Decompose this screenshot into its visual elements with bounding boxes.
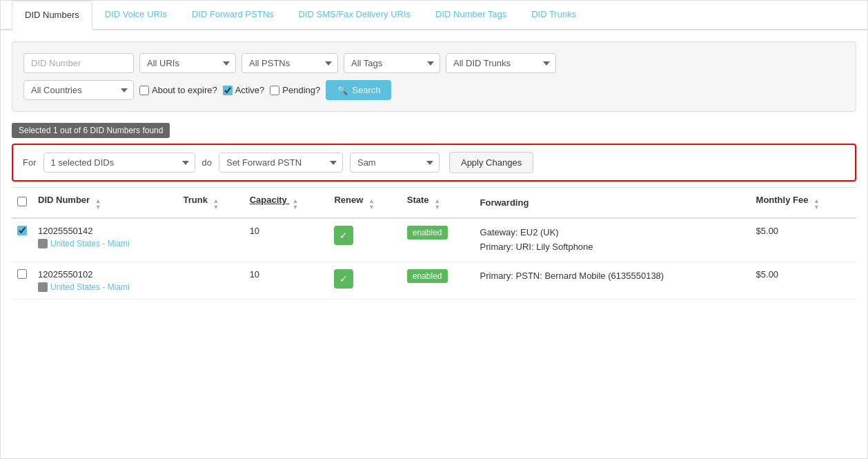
row1-renew-check: ✓ bbox=[334, 226, 353, 245]
tab-did-number-tags[interactable]: DID Number Tags bbox=[423, 1, 519, 30]
select-all-checkbox[interactable] bbox=[17, 197, 27, 206]
row2-did-number: 12025550102 bbox=[38, 269, 172, 280]
col-trunk[interactable]: Trunk ▲ ▼ bbox=[177, 188, 244, 219]
tab-did-voice-uris[interactable]: DID Voice URIs bbox=[92, 1, 179, 30]
selected-dids-select[interactable]: 1 selected DIDs bbox=[43, 153, 195, 173]
apply-changes-button[interactable]: Apply Changes bbox=[449, 152, 533, 173]
pending-checkbox[interactable] bbox=[270, 86, 279, 95]
row1-forwarding-primary: Primary: URI: Lily Softphone bbox=[480, 240, 745, 255]
sort-capacity-icon: ▲ ▼ bbox=[292, 198, 298, 211]
active-checkbox[interactable] bbox=[223, 86, 233, 95]
row2-forwarding-cell: Primary: PSTN: Bernard Mobile (613555013… bbox=[475, 262, 751, 299]
action-type-select[interactable]: Set Forward PSTN bbox=[219, 153, 343, 173]
row1-checkbox-cell[interactable] bbox=[12, 218, 32, 262]
about-to-expire-checkbox[interactable] bbox=[139, 86, 149, 95]
action-bar: For 1 selected DIDs do Set Forward PSTN … bbox=[12, 144, 856, 182]
all-uris-select[interactable]: All URIs bbox=[139, 53, 236, 73]
row1-monthly-fee: $5.00 bbox=[751, 218, 856, 262]
row2-did-cell: 12025550102 United States - Miami bbox=[32, 262, 177, 299]
tab-did-sms-fax[interactable]: DID SMS/Fax Delivery URIs bbox=[286, 1, 424, 30]
all-did-trunks-select[interactable]: All DID Trunks bbox=[446, 53, 556, 73]
status-bar: Selected 1 out of 6 DID Numbers found bbox=[12, 123, 856, 138]
col-renew[interactable]: Renew ▲ ▼ bbox=[328, 188, 401, 219]
sort-trunk-icon: ▲ ▼ bbox=[213, 198, 219, 211]
do-label: do bbox=[202, 157, 212, 168]
row1-capacity-cell: 10 bbox=[244, 218, 329, 262]
row1-forwarding-cell: Gateway: EU2 (UK) Primary: URI: Lily Sof… bbox=[475, 218, 751, 262]
row1-checkbox[interactable] bbox=[17, 226, 27, 235]
all-countries-select[interactable]: All Countries bbox=[23, 80, 134, 100]
select-all-header[interactable] bbox=[12, 188, 32, 219]
for-label: For bbox=[23, 157, 37, 168]
row2-state-cell: enabled bbox=[402, 262, 475, 299]
status-badge: Selected 1 out of 6 DID Numbers found bbox=[12, 123, 170, 138]
target-select[interactable]: Sam bbox=[350, 153, 440, 173]
tab-bar: DID Numbers DID Voice URIs DID Forward P… bbox=[1, 1, 867, 30]
tab-did-numbers[interactable]: DID Numbers bbox=[12, 1, 92, 30]
about-to-expire-label[interactable]: About to expire? bbox=[139, 85, 217, 95]
row2-renew-check: ✓ bbox=[334, 269, 353, 289]
sort-state-icon: ▲ ▼ bbox=[434, 198, 440, 211]
row1-trunk-cell bbox=[177, 218, 244, 262]
col-capacity[interactable]: Capacity ▲ ▼ bbox=[244, 188, 329, 219]
table-row: 12025550102 United States - Miami 10 ✓ bbox=[12, 262, 856, 299]
row1-renew-cell: ✓ bbox=[328, 218, 401, 262]
tab-did-forward-pstns[interactable]: DID Forward PSTNs bbox=[179, 1, 286, 30]
chat-icon bbox=[38, 239, 48, 248]
row2-did-location: United States - Miami bbox=[38, 282, 172, 292]
sort-did-number-icon: ▲ ▼ bbox=[95, 198, 101, 211]
col-state[interactable]: State ▲ ▼ bbox=[402, 188, 475, 219]
col-forwarding: Forwarding bbox=[475, 188, 751, 219]
row1-did-location: United States - Miami bbox=[38, 239, 172, 248]
search-icon: 🔍 bbox=[337, 85, 348, 95]
row1-forwarding-gateway: Gateway: EU2 (UK) bbox=[480, 226, 745, 240]
table-row: 12025550142 United States - Miami 10 ✓ bbox=[12, 218, 856, 262]
row2-forwarding-primary: Primary: PSTN: Bernard Mobile (613555013… bbox=[480, 269, 745, 284]
sort-renew-icon: ▲ ▼ bbox=[368, 198, 375, 211]
pending-label[interactable]: Pending? bbox=[270, 85, 320, 95]
search-button[interactable]: 🔍 Search bbox=[326, 80, 391, 100]
tab-did-trunks[interactable]: DID Trunks bbox=[519, 1, 589, 30]
did-number-input[interactable] bbox=[23, 53, 134, 73]
row1-state-cell: enabled bbox=[402, 218, 475, 262]
filter-section: All URIs All PSTNs All Tags All DID Trun… bbox=[12, 41, 856, 112]
active-label[interactable]: Active? bbox=[223, 85, 265, 95]
all-pstns-select[interactable]: All PSTNs bbox=[241, 53, 338, 73]
col-monthly-fee[interactable]: Monthly Fee ▲ ▼ bbox=[751, 188, 856, 219]
row2-checkbox[interactable] bbox=[17, 269, 27, 279]
row1-did-number: 12025550142 bbox=[38, 226, 172, 236]
all-tags-select[interactable]: All Tags bbox=[344, 53, 440, 73]
sort-monthly-fee-icon: ▲ ▼ bbox=[813, 198, 820, 211]
row2-capacity-cell: 10 bbox=[244, 262, 329, 299]
did-numbers-table: DID Number ▲ ▼ Trunk ▲ ▼ bbox=[12, 187, 856, 300]
row2-renew-cell: ✓ bbox=[328, 262, 401, 299]
row2-state-badge: enabled bbox=[407, 269, 448, 283]
row2-monthly-fee: $5.00 bbox=[751, 262, 856, 299]
row2-checkbox-cell[interactable] bbox=[12, 262, 32, 299]
row1-did-cell: 12025550142 United States - Miami bbox=[32, 218, 177, 262]
row2-trunk-cell bbox=[177, 262, 244, 299]
row1-state-badge: enabled bbox=[407, 226, 448, 240]
col-did-number[interactable]: DID Number ▲ ▼ bbox=[32, 188, 177, 219]
chat-icon bbox=[38, 282, 48, 292]
